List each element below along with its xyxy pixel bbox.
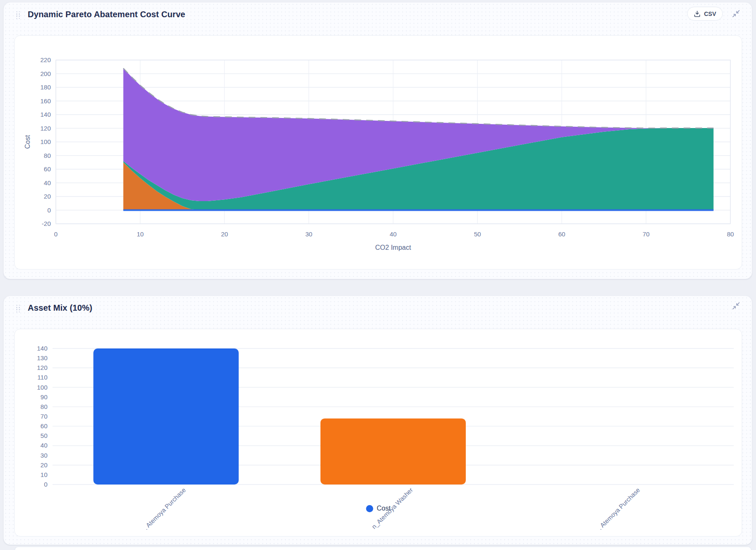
bar-1 [320,419,466,485]
svg-text:80: 80 [44,152,51,159]
panel-asset-mix: Asset Mix (10%) 010203040506070809010011… [3,296,752,545]
svg-text:10: 10 [40,471,47,478]
svg-text:70: 70 [40,413,47,420]
dashboard: { "panel1": { "title": "Dynamic Pareto A… [0,0,756,550]
svg-text:50: 50 [474,230,481,238]
csv-button-label: CSV [704,10,716,17]
drag-handle-icon[interactable] [16,11,20,19]
panel-pareto-header: Dynamic Pareto Abatement Cost Curve CSV [4,3,752,28]
svg-text:70: 70 [643,230,650,238]
x-axis-title: CO2 Impact [375,244,411,251]
svg-text:100: 100 [40,138,51,145]
svg-text:140: 140 [40,111,51,118]
svg-text:120: 120 [40,125,51,132]
svg-text:120: 120 [37,364,47,371]
svg-text:140: 140 [37,345,47,352]
panel-asset-mix-header: Asset Mix (10%) [4,296,752,321]
next-panel-top-edge [15,547,751,550]
svg-text:-20: -20 [42,220,51,227]
svg-text:160: 160 [40,97,51,105]
svg-text:200: 200 [40,70,51,77]
x-category-label-2: . Atemoya Purchase [596,486,641,531]
svg-text:80: 80 [40,403,47,410]
svg-text:80: 80 [727,230,734,238]
panel-title-pareto: Dynamic Pareto Abatement Cost Curve [28,10,185,19]
svg-text:130: 130 [37,354,47,361]
svg-text:20: 20 [40,461,47,469]
collapse-widget-button[interactable] [730,300,742,312]
svg-text:40: 40 [390,230,397,238]
svg-text:0: 0 [44,481,47,488]
svg-text:100: 100 [37,384,47,391]
svg-text:50: 50 [40,432,47,439]
svg-text:220: 220 [40,56,51,63]
legend-cost-dot [366,505,373,512]
svg-text:30: 30 [40,452,47,459]
panel-pareto-abatement: Dynamic Pareto Abatement Cost Curve CSV … [3,2,752,279]
x-category-label-0: . Atemoya Purchase [142,486,187,531]
pareto-chart-canvas[interactable]: -200204060801001201401601802002200102030… [14,35,742,270]
asset-mix-chart-canvas[interactable]: 0102030405060708090100110120130140. Atem… [14,329,742,537]
svg-text:40: 40 [44,179,51,186]
svg-text:10: 10 [136,230,144,238]
svg-text:0: 0 [54,230,58,238]
collapse-icon [732,10,740,18]
legend-cost-label: Cost [377,505,391,512]
csv-download-button[interactable]: CSV [687,7,723,21]
drag-handle-icon[interactable] [16,305,20,312]
svg-text:30: 30 [305,230,312,238]
pareto-area-chart: -200204060801001201401601802002200102030… [15,36,742,269]
collapse-widget-button[interactable] [730,8,742,19]
svg-text:20: 20 [44,193,51,200]
svg-text:110: 110 [37,374,47,381]
svg-text:40: 40 [40,442,47,449]
svg-text:60: 60 [44,165,51,173]
svg-text:90: 90 [40,393,47,401]
download-icon [694,10,701,17]
svg-text:180: 180 [40,84,51,91]
collapse-icon [732,302,740,310]
svg-text:60: 60 [558,230,565,238]
y-axis-title: Cost [24,135,31,149]
svg-text:60: 60 [40,422,47,430]
panel-title-asset-mix: Asset Mix (10%) [28,303,92,313]
chart-legend: Cost [366,505,391,512]
bar-0 [93,348,239,485]
svg-text:0: 0 [47,207,51,214]
svg-text:20: 20 [221,230,228,238]
